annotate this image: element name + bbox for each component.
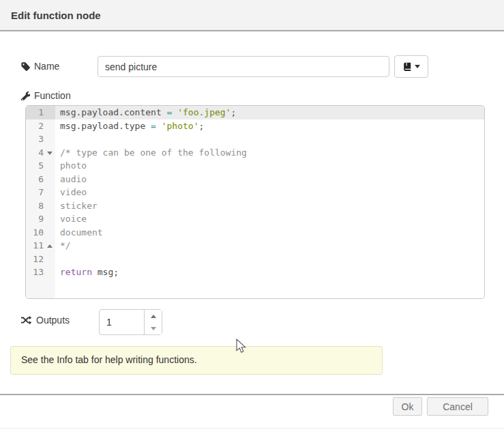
name-label: Name bbox=[20, 59, 59, 73]
gutter-line-number: 12 bbox=[26, 253, 55, 266]
dialog-title: Edit function node bbox=[11, 10, 101, 21]
code-line-text: voice bbox=[55, 212, 87, 226]
gutter-line-number: 9 bbox=[26, 212, 55, 226]
wrench-icon bbox=[20, 91, 30, 100]
book-icon bbox=[403, 62, 412, 72]
footer-divider bbox=[0, 394, 504, 395]
code-line-text: video bbox=[55, 186, 87, 199]
code-line[interactable]: 1msg.payload.content = 'foo.jpeg'; bbox=[26, 106, 484, 119]
triangle-up-icon bbox=[151, 315, 156, 318]
code-line-text: msg.payload.content = 'foo.jpeg'; bbox=[55, 106, 236, 119]
gutter-line-number: 7 bbox=[26, 186, 55, 199]
tag-icon bbox=[20, 61, 30, 71]
code-line-text: /* type can be one of the following bbox=[55, 146, 247, 160]
code-line-text bbox=[55, 253, 60, 266]
code-line[interactable]: 5photo bbox=[26, 159, 484, 173]
gutter-line-number: 1 bbox=[26, 106, 55, 119]
code-line[interactable]: 12 bbox=[26, 253, 484, 266]
cursor-arrow bbox=[236, 339, 246, 354]
caret-down-icon bbox=[415, 65, 420, 68]
code-line[interactable]: 6audio bbox=[26, 173, 484, 186]
spinner-down-button[interactable] bbox=[145, 322, 162, 334]
code-line[interactable]: 13return msg; bbox=[26, 266, 484, 279]
dialog-bottom-edge bbox=[0, 428, 504, 429]
triangle-down-icon bbox=[151, 327, 156, 330]
gutter-line-number: 4 bbox=[26, 146, 55, 160]
gutter-line-number: 6 bbox=[26, 173, 55, 186]
code-line[interactable]: 9voice bbox=[26, 212, 484, 226]
gutter-line-number: 5 bbox=[26, 159, 55, 173]
gutter-line-number: 11 bbox=[26, 239, 55, 253]
edit-function-node-dialog: Edit function node Name Function 1msg.pa… bbox=[0, 0, 504, 430]
function-label: Function bbox=[20, 89, 71, 102]
name-label-text: Name bbox=[34, 61, 59, 72]
info-tip: See the Info tab for help writing functi… bbox=[10, 346, 383, 375]
code-line[interactable]: 10document bbox=[26, 226, 484, 240]
code-line[interactable]: 2msg.payload.type = 'photo'; bbox=[26, 119, 484, 133]
code-line-text: msg.payload.type = 'photo'; bbox=[55, 119, 204, 133]
shuffle-icon bbox=[20, 315, 32, 325]
gutter-line-number: 2 bbox=[26, 119, 55, 133]
code-line-text: return msg; bbox=[55, 266, 119, 279]
code-line-text bbox=[55, 132, 60, 146]
code-line[interactable]: 4/* type can be one of the following bbox=[26, 146, 484, 160]
info-tip-text: See the Info tab for help writing functi… bbox=[21, 354, 197, 365]
function-label-text: Function bbox=[34, 90, 71, 101]
code-editor-lines: 1msg.payload.content = 'foo.jpeg';2msg.p… bbox=[26, 106, 484, 279]
ok-button[interactable]: Ok bbox=[393, 397, 422, 416]
fold-up-icon[interactable] bbox=[47, 244, 53, 248]
code-editor[interactable]: 1msg.payload.content = 'foo.jpeg';2msg.p… bbox=[25, 105, 485, 299]
code-line-text: photo bbox=[55, 159, 87, 173]
spinner-up-button[interactable] bbox=[145, 310, 162, 322]
gutter-line-number: 13 bbox=[26, 266, 55, 279]
cancel-button[interactable]: Cancel bbox=[427, 397, 488, 416]
name-input[interactable] bbox=[98, 56, 389, 77]
code-line-text: */ bbox=[55, 239, 71, 253]
code-line[interactable]: 11*/ bbox=[26, 239, 484, 253]
gutter-line-number: 10 bbox=[26, 226, 55, 240]
outputs-label: Outputs bbox=[20, 313, 70, 327]
code-line[interactable]: 8sticker bbox=[26, 199, 484, 213]
outputs-spinner bbox=[99, 309, 162, 335]
gutter-line-number: 8 bbox=[26, 199, 55, 213]
fold-down-icon[interactable] bbox=[47, 152, 53, 155]
code-line[interactable]: 7video bbox=[26, 186, 484, 199]
code-line[interactable]: 3 bbox=[26, 132, 484, 146]
library-button[interactable] bbox=[394, 55, 428, 78]
gutter-line-number: 3 bbox=[26, 132, 55, 146]
dialog-header: Edit function node bbox=[0, 0, 504, 31]
code-line-text: document bbox=[55, 226, 103, 240]
outputs-input[interactable] bbox=[100, 310, 144, 334]
outputs-label-text: Outputs bbox=[36, 315, 70, 326]
code-line-text: audio bbox=[55, 173, 87, 186]
code-line-text: sticker bbox=[55, 199, 98, 213]
